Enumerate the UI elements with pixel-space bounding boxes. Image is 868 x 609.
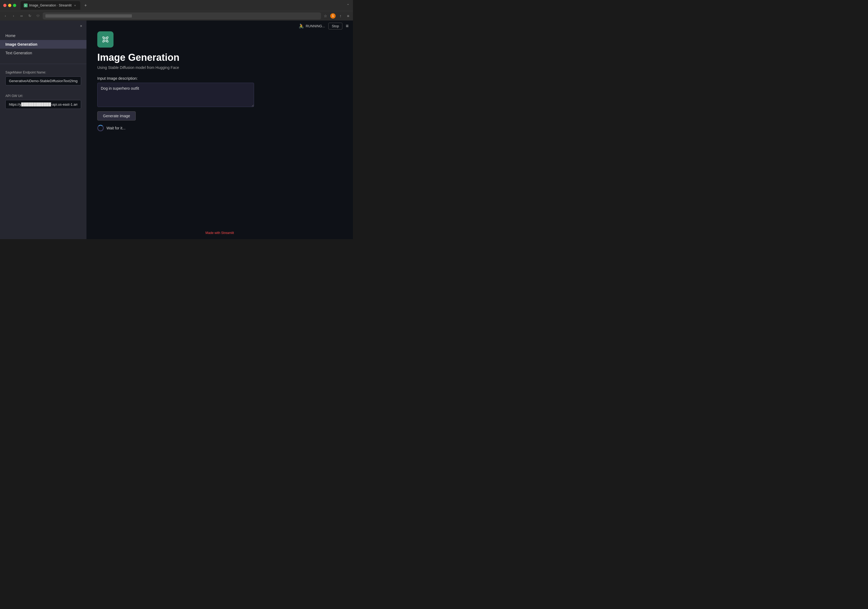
svg-line-12 [106, 40, 107, 41]
image-description-input[interactable]: Dog in superhero outfit [97, 83, 254, 107]
endpoint-section: SageMaker Endpoint Name: [0, 66, 87, 90]
forward-button[interactable]: › [10, 13, 17, 19]
svg-line-9 [104, 38, 105, 39]
endpoint-input[interactable] [5, 76, 81, 85]
reload-button[interactable]: ↻ [26, 13, 33, 19]
brain-circuit-icon [100, 34, 110, 45]
svg-point-4 [104, 38, 107, 40]
svg-line-11 [104, 40, 105, 41]
expand-icon: ⌃ [346, 3, 350, 8]
menu-icon[interactable]: ≡ [346, 13, 351, 19]
address-bar[interactable] [43, 12, 321, 19]
generate-image-button[interactable]: Generate image [97, 111, 136, 121]
endpoint-label: SageMaker Endpoint Name: [5, 71, 81, 74]
page-title: Image Generation [97, 52, 342, 63]
tab-close-button[interactable]: × [73, 3, 77, 7]
app-header: 🚴 RUNNING... Stop ≡ [299, 23, 349, 29]
page-logo [97, 31, 113, 48]
input-label: Input Image description: [97, 76, 342, 81]
home-button[interactable]: ∞ [19, 13, 25, 19]
back-button[interactable]: ‹ [2, 13, 9, 19]
traffic-lights [3, 4, 16, 7]
stop-button[interactable]: Stop [329, 23, 343, 29]
sidebar-item-image-generation[interactable]: Image Generation [0, 40, 87, 49]
wait-text: Wait for it... [107, 126, 126, 130]
sidebar: × Home Image Generation Text Generation … [0, 20, 87, 239]
running-label: RUNNING... [305, 24, 325, 28]
app-container: × Home Image Generation Text Generation … [0, 20, 353, 239]
api-label: API GW Url: [5, 94, 81, 98]
tab-favicon: S [24, 3, 28, 7]
maximize-window-button[interactable] [13, 4, 16, 7]
bookmark-icon[interactable]: ☆ [322, 13, 328, 19]
cyclist-icon: 🚴 [299, 23, 304, 29]
sidebar-item-text-generation[interactable]: Text Generation [0, 49, 87, 57]
browser-chrome: S Image_Generation · Streamlit × + ⌃ ‹ ›… [0, 0, 353, 20]
close-window-button[interactable] [3, 4, 6, 7]
footer-text: Made with [205, 231, 221, 235]
hamburger-menu-icon[interactable]: ≡ [346, 23, 349, 29]
tab-title: Image_Generation · Streamlit [29, 3, 71, 7]
loading-spinner [97, 125, 104, 131]
api-input[interactable] [5, 100, 81, 109]
sidebar-nav: Home Image Generation Text Generation [0, 20, 87, 62]
wait-section: Wait for it... [97, 125, 342, 131]
address-text [45, 14, 132, 17]
browser-titlebar: S Image_Generation · Streamlit × + ⌃ [0, 0, 353, 11]
extension-badge[interactable]: 1 [330, 13, 336, 19]
active-tab[interactable]: S Image_Generation · Streamlit × [20, 1, 80, 10]
share-icon[interactable]: ↑ [338, 13, 343, 19]
sidebar-close-button[interactable]: × [78, 23, 84, 29]
footer: Made with Streamlit [205, 231, 234, 235]
browser-toolbar: ‹ › ∞ ↻ 🛡 ☆ 1 ↑ ≡ [0, 11, 353, 20]
page-subtitle: Using Stable Diffusion model from Huggin… [97, 65, 342, 70]
main-content: 🚴 RUNNING... Stop ≡ [87, 20, 353, 239]
api-section: API GW Url: [0, 90, 87, 113]
toolbar-right: ☆ 1 ↑ ≡ [322, 13, 351, 19]
svg-line-10 [106, 38, 107, 39]
footer-brand: Streamlit [221, 231, 234, 235]
new-tab-button[interactable]: + [82, 2, 89, 9]
shield-icon: 🛡 [34, 13, 41, 19]
sidebar-item-home[interactable]: Home [0, 31, 87, 40]
running-indicator: 🚴 RUNNING... [299, 23, 325, 29]
minimize-window-button[interactable] [8, 4, 11, 7]
